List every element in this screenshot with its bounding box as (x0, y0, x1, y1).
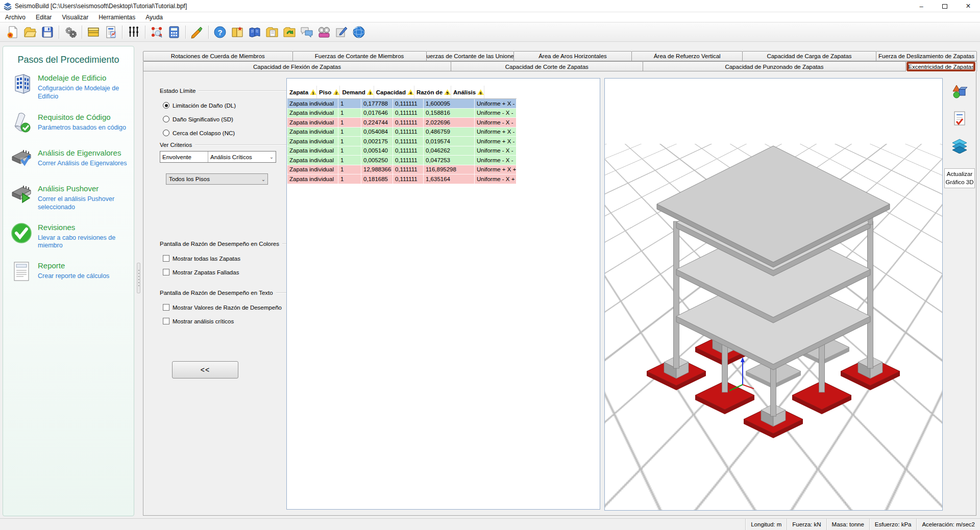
step-subtitle: Crear reporte de cálculos (38, 272, 130, 281)
chevron-down-icon[interactable]: ⌄ (267, 154, 276, 160)
model-view-button[interactable] (148, 24, 165, 40)
update-3d-button[interactable]: Actualizar Gráfico 3D (944, 168, 975, 188)
menu-visualizar[interactable]: Visualizar (57, 13, 93, 22)
manual-button[interactable] (246, 24, 263, 40)
show-model-button[interactable] (125, 24, 142, 40)
help-button[interactable]: ? (211, 24, 229, 40)
limit-state-radio[interactable]: Cerca del Colapso (NC) (163, 130, 290, 136)
checkbox-icon[interactable] (163, 269, 169, 275)
building-3d-model (605, 79, 943, 511)
updates-button[interactable] (281, 24, 298, 40)
status-unit-cell: Masa: tonne (826, 519, 869, 530)
menu-herramientas[interactable]: Herramientas (93, 13, 140, 22)
sidebar-step-revisiones[interactable]: Revisiones Llevar a cabo revisiones de m… (10, 222, 129, 250)
step-title: Revisiones (38, 223, 130, 232)
radio-icon[interactable] (163, 130, 169, 136)
radio-icon[interactable] (163, 102, 169, 109)
close-button[interactable]: × (957, 0, 980, 12)
minimize-button[interactable]: – (910, 0, 933, 12)
results-tabs: Rotaciones de Cuerda de MiembrosFuerzas … (143, 51, 976, 71)
table-row[interactable]: Zapata individual 1 0,005140 0,111111 0,… (287, 146, 517, 156)
save-button[interactable] (39, 24, 56, 40)
step-subtitle: Parámetros basados en código (38, 124, 130, 132)
edit-pen-icon (335, 26, 348, 39)
text-display-checkbox[interactable]: Mostrar Valores de Razón de Desempeño (163, 304, 290, 311)
radio-icon[interactable] (163, 116, 169, 122)
sort-badge-icon: 3 (367, 89, 374, 95)
splitter-grip-icon[interactable] (137, 263, 140, 293)
table-column-header[interactable]: Análisis 6 (451, 86, 484, 98)
display-shapes-button[interactable] (950, 82, 969, 100)
layers-button[interactable] (950, 137, 969, 155)
results-tab[interactable]: Fuerzas de Cortante de las Uniones (426, 51, 514, 61)
main-toolbar: ? (0, 22, 980, 42)
results-tab[interactable]: Capacidad de Punzonado de Zapatas (643, 61, 906, 71)
limit-state-radio[interactable]: Daño Significativo (SD) (163, 116, 290, 122)
limit-state-radio[interactable]: Limitación de Daño (DL) (163, 102, 290, 109)
checkbox-icon[interactable] (163, 318, 169, 324)
menu-archivo[interactable]: Archivo (0, 13, 31, 22)
table-row[interactable]: Zapata individual 1 0,002175 0,111111 0,… (287, 137, 517, 146)
settings-button[interactable] (62, 24, 79, 40)
open-project-button[interactable] (21, 24, 39, 40)
table-row[interactable]: Zapata individual 1 12,988366 0,111111 1… (287, 165, 517, 175)
results-tab[interactable]: Capacidad de Flexión de Zapatas (143, 61, 451, 71)
texto-section-label: Pantalla de Razón de Desempeño en Texto (160, 290, 273, 296)
report-button[interactable] (102, 24, 119, 40)
sidebar-step-reporte[interactable]: Reporte Crear reporte de cálculos (10, 260, 129, 283)
maximize-button[interactable] (933, 0, 957, 12)
whats-new-button[interactable] (229, 24, 246, 40)
model-lattice-icon (150, 26, 163, 39)
table-row[interactable]: Zapata individual 1 0,054084 0,111111 0,… (287, 128, 517, 137)
table-column-header[interactable]: Demand 3 (340, 86, 374, 98)
menu-editar[interactable]: Editar (31, 13, 57, 22)
criteria-combo[interactable]: Envolvente Análisis Críticos ⌄ (160, 151, 276, 163)
checkbox-icon[interactable] (163, 304, 169, 311)
checks-report-button[interactable] (950, 109, 969, 128)
text-display-checkbox[interactable]: Mostrar análisis críticos (163, 318, 290, 324)
table-column-header[interactable]: Zapata 1 (287, 86, 317, 98)
view-3d-panel[interactable] (604, 78, 943, 511)
results-tab[interactable]: Fuerzas de Cortante de Miembros (292, 51, 427, 61)
floors-combo[interactable]: Todos los Pisos ⌄ (166, 173, 268, 185)
sidebar-step-requisitos[interactable]: Requisitos de Código Parámetros basados … (10, 112, 129, 134)
section-properties-button[interactable] (85, 24, 102, 40)
results-tab[interactable]: Área de Refuerzo Vertical (631, 51, 743, 61)
results-tab[interactable]: Fuerza de Deslizamiento de Zapatas (876, 51, 977, 61)
new-file-button[interactable] (4, 24, 21, 40)
table-column-header[interactable]: Piso 2 (317, 86, 340, 98)
results-tab[interactable]: Excentricidad de Zapatas (905, 61, 977, 71)
table-row[interactable]: Zapata individual 1 0,005250 0,111111 0,… (287, 156, 517, 165)
sidebar-step-pushover[interactable]: Análisis Pushover Correr el análisis Pus… (10, 183, 129, 211)
results-tab[interactable]: Área de Aros Horizontales (513, 51, 632, 61)
chip-play-icon (10, 183, 33, 206)
results-tab[interactable]: Capacidad de Corte de Zapatas (451, 61, 643, 71)
results-tab[interactable]: Capacidad de Carga de Zapatas (742, 51, 876, 61)
results-tab[interactable]: Rotaciones de Cuerda de Miembros (143, 51, 293, 61)
title-bar: SeismoBuild [C:\Users\seismosoft\Desktop… (0, 0, 980, 12)
table-column-header[interactable]: Razón de 5 (414, 86, 451, 98)
website-button[interactable] (350, 24, 368, 40)
table-row[interactable]: Zapata individual 1 0,017646 0,111111 0,… (287, 109, 517, 118)
chevron-down-icon[interactable]: ⌄ (259, 176, 267, 182)
color-display-checkbox[interactable]: Mostrar todas las Zapatas (163, 255, 290, 262)
calculator-button[interactable] (165, 24, 183, 40)
table-row[interactable]: Zapata individual 1 0,224744 0,111111 2,… (287, 118, 517, 128)
table-row[interactable]: Zapata individual 1 0,177788 0,111111 1,… (287, 99, 517, 109)
window-title: SeismoBuild [C:\Users\seismosoft\Desktop… (15, 3, 187, 10)
sidebar-step-eigenvalores[interactable]: Análisis de Eigenvalores Correr Análisis… (10, 147, 129, 170)
examples-button[interactable] (263, 24, 281, 40)
checkbox-icon[interactable] (163, 255, 169, 262)
sidebar-splitter[interactable] (135, 42, 142, 518)
color-display-checkbox[interactable]: Mostrar Zapatas Falladas (163, 269, 290, 275)
feedback-button[interactable] (333, 24, 350, 40)
forum-button[interactable] (298, 24, 315, 40)
table-column-header[interactable]: Capacidad 4 (374, 86, 414, 98)
status-unit-cell: Aceleración: m/sec2 (916, 519, 980, 530)
menu-ayuda[interactable]: Ayuda (140, 13, 168, 22)
collapse-panel-button[interactable]: << (172, 361, 238, 378)
table-row[interactable]: Zapata individual 1 0,181685 0,111111 1,… (287, 174, 517, 184)
sidebar-step-modelaje[interactable]: Modelaje de Edificio Cofiguración de Mod… (10, 72, 129, 100)
display-options-button[interactable] (188, 24, 206, 40)
video-tutorials-button[interactable] (315, 24, 333, 40)
